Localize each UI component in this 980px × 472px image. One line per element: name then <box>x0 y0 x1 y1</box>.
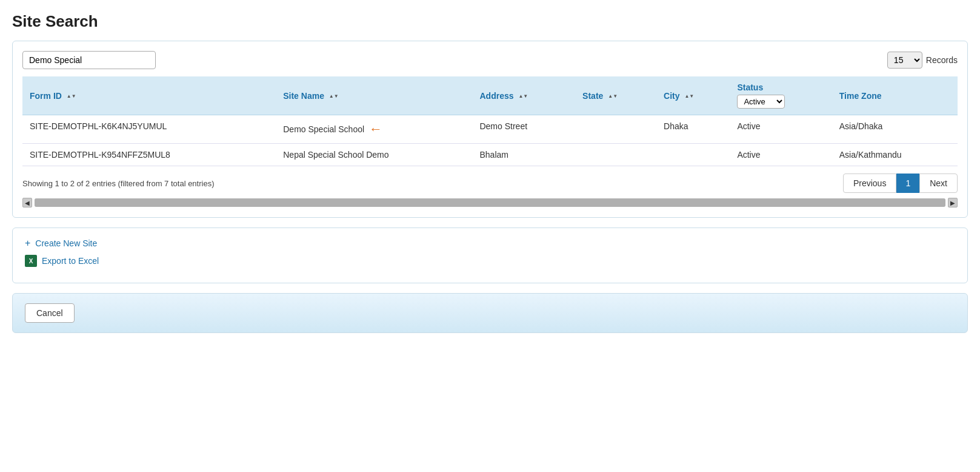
orange-arrow-icon: ← <box>369 121 382 137</box>
status-col-label: Status <box>737 83 763 92</box>
sites-table: Form ID ▲▼ Site Name ▲▼ Address ▲▼ State… <box>22 76 958 166</box>
sort-arrows-form-id[interactable]: ▲▼ <box>67 93 76 99</box>
cancel-panel: Cancel <box>12 293 968 333</box>
search-panel: 15 25 50 100 Records Form ID ▲▼ Site Nam… <box>12 41 968 218</box>
current-page-number[interactable]: 1 <box>896 174 919 193</box>
cell-form-id: SITE-DEMOTPHL-K954NFFZ5MUL8 <box>22 144 276 166</box>
table-row: SITE-DEMOTPHL-K6K4NJ5YUMUL Demo Special … <box>22 115 958 144</box>
page-title: Site Search <box>12 12 968 31</box>
cell-address: Demo Street <box>472 115 575 144</box>
previous-button[interactable]: Previous <box>843 174 896 193</box>
records-label: Records <box>926 55 958 65</box>
col-header-city[interactable]: City ▲▼ <box>656 76 730 115</box>
cell-site-name: Demo Special School ← <box>276 115 472 144</box>
cell-address: Bhalam <box>472 144 575 166</box>
col-header-state[interactable]: State ▲▼ <box>575 76 656 115</box>
cell-state <box>575 144 656 166</box>
export-to-excel-link[interactable]: X Export to Excel <box>25 255 955 267</box>
pagination-controls: Previous 1 Next <box>843 174 958 193</box>
scroll-left-button[interactable]: ◀ <box>22 198 32 207</box>
site-name-with-arrow: Demo Special School ← <box>283 121 382 137</box>
next-button[interactable]: Next <box>919 174 958 193</box>
records-selector: 15 25 50 100 Records <box>887 52 958 69</box>
col-header-site-name[interactable]: Site Name ▲▼ <box>276 76 472 115</box>
actions-panel: + Create New Site X Export to Excel <box>12 228 968 283</box>
sort-arrows-site-name[interactable]: ▲▼ <box>329 93 339 99</box>
status-header-container: Status Active Inactive All <box>737 83 824 109</box>
status-filter-dropdown[interactable]: Active Inactive All <box>737 95 785 109</box>
search-bar: 15 25 50 100 Records <box>22 51 958 69</box>
cell-status: Active <box>730 144 832 166</box>
col-header-status: Status Active Inactive All <box>730 76 832 115</box>
cell-form-id: SITE-DEMOTPHL-K6K4NJ5YUMUL <box>22 115 276 144</box>
plus-icon: + <box>25 238 30 249</box>
create-new-site-link[interactable]: + Create New Site <box>25 238 955 249</box>
table-header-row: Form ID ▲▼ Site Name ▲▼ Address ▲▼ State… <box>22 76 958 115</box>
cell-timezone: Asia/Kathmandu <box>832 144 958 166</box>
scroll-track[interactable] <box>35 198 945 207</box>
cell-city <box>656 144 730 166</box>
col-header-form-id[interactable]: Form ID ▲▼ <box>22 76 276 115</box>
table-row: SITE-DEMOTPHL-K954NFFZ5MUL8 Nepal Specia… <box>22 144 958 166</box>
table-footer: Showing 1 to 2 of 2 entries (filtered fr… <box>22 174 958 193</box>
scroll-thumb <box>35 198 945 207</box>
sort-arrows-address[interactable]: ▲▼ <box>518 93 528 99</box>
horizontal-scrollbar: ◀ ▶ <box>22 198 958 207</box>
cell-state <box>575 115 656 144</box>
col-header-address[interactable]: Address ▲▼ <box>472 76 575 115</box>
cancel-button[interactable]: Cancel <box>25 303 75 323</box>
table-wrapper: Form ID ▲▼ Site Name ▲▼ Address ▲▼ State… <box>22 76 958 166</box>
records-per-page-select[interactable]: 15 25 50 100 <box>887 52 922 69</box>
col-header-timezone: Time Zone <box>832 76 958 115</box>
cell-site-name: Nepal Special School Demo <box>276 144 472 166</box>
sort-arrows-city[interactable]: ▲▼ <box>684 93 694 99</box>
showing-entries-text: Showing 1 to 2 of 2 entries (filtered fr… <box>22 179 215 188</box>
cell-city: Dhaka <box>656 115 730 144</box>
cell-timezone: Asia/Dhaka <box>832 115 958 144</box>
excel-icon: X <box>25 255 37 267</box>
scroll-right-button[interactable]: ▶ <box>948 198 958 207</box>
search-input[interactable] <box>22 51 156 69</box>
sort-arrows-state[interactable]: ▲▼ <box>608 93 618 99</box>
cell-status: Active <box>730 115 832 144</box>
